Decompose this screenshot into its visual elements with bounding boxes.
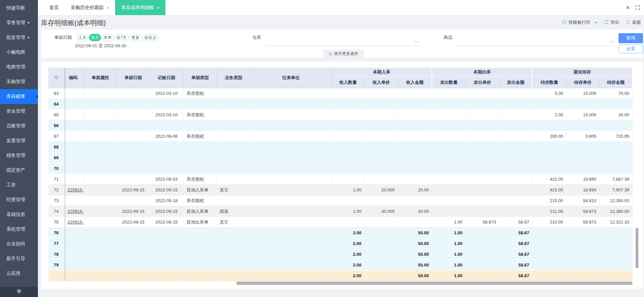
bill-code-link[interactable]: 220915-0 bbox=[67, 220, 84, 225]
sidebar-item-2[interactable]: 批发管理 bbox=[0, 30, 38, 45]
date-pill-4[interactable]: 更多 bbox=[130, 34, 142, 41]
product-more-icon[interactable]: ··· bbox=[609, 40, 614, 44]
bill-code-link[interactable]: 220915-0 bbox=[67, 187, 84, 192]
cell-out-price bbox=[466, 174, 499, 185]
date-pill-2[interactable]: 本年 bbox=[102, 34, 114, 41]
cell-out-qty bbox=[432, 88, 466, 99]
cell-bal-qty: 210.00 bbox=[533, 217, 566, 228]
table-row[interactable]: 792.0050.001.0058.67 bbox=[48, 260, 633, 271]
date-pill-3[interactable]: 近7天 bbox=[114, 34, 129, 41]
sidebar-item-16[interactable]: 企业协同 bbox=[0, 237, 38, 251]
cell-biz-type: 组装 bbox=[217, 206, 251, 217]
sidebar-item-0[interactable]: 快捷导航 bbox=[0, 1, 38, 15]
cell-out-price bbox=[466, 153, 499, 163]
sidebar-item-7[interactable]: 资金管理 bbox=[0, 104, 38, 119]
cell-bill-type bbox=[184, 228, 217, 238]
table-row[interactable]: 68 bbox=[48, 142, 633, 153]
table-row[interactable]: 732022-05-18库存期初210.0058.81012,350.00 bbox=[48, 195, 633, 206]
print-by-template-label: 按模板打印 bbox=[568, 19, 590, 25]
cell-out-qty: 1.00 bbox=[432, 228, 466, 238]
column-settings-gear-icon[interactable] bbox=[48, 68, 64, 88]
settings-button[interactable]: 设置 bbox=[618, 45, 643, 53]
cell-in-qty bbox=[332, 217, 365, 228]
table-row[interactable]: 66 bbox=[48, 120, 633, 131]
sidebar-item-15[interactable]: 系统管理 bbox=[0, 222, 38, 237]
cell-bal-qty bbox=[533, 228, 566, 238]
table-row[interactable]: 632022-03-10库存期初5.0015.00075.00 bbox=[48, 88, 633, 99]
date-range-value[interactable]: 2022-09-01 至 2022-09-30 bbox=[75, 43, 126, 49]
cell-account-date: 2022-09-15 bbox=[150, 206, 184, 217]
refresh-button[interactable]: 刷新 bbox=[626, 19, 641, 25]
cell-out-price bbox=[466, 195, 499, 206]
sidebar-item-1[interactable]: 零售管理 bbox=[0, 15, 38, 30]
warehouse-input[interactable]: ··· bbox=[265, 36, 421, 46]
tab-1[interactable]: 采购历史价跟踪× bbox=[65, 0, 115, 15]
table-row[interactable]: 72220915-02022-09-152022-09-15其他入库单其它1.0… bbox=[48, 185, 633, 195]
cell-in-qty: 2.00 bbox=[332, 249, 365, 260]
cell-bal-amt bbox=[600, 163, 633, 174]
sub-header-3: 发出数量 bbox=[432, 77, 466, 88]
cell-code bbox=[64, 174, 84, 185]
sidebar-item-13[interactable]: 经营管理 bbox=[0, 192, 38, 207]
sidebar-item-8[interactable]: 总账管理 bbox=[0, 119, 38, 133]
fullscreen-icon[interactable] bbox=[636, 5, 640, 10]
table-row[interactable]: 70 bbox=[48, 163, 633, 174]
tab-close-icon[interactable]: × bbox=[106, 5, 109, 10]
sidebar-item-17[interactable]: 新手引导 bbox=[0, 251, 38, 266]
cell-out-qty bbox=[432, 120, 466, 131]
tab-2[interactable]: 库存成本明细账× bbox=[115, 0, 165, 15]
cell-bal-qty: 423.00 bbox=[533, 185, 566, 195]
sidebar-settings-button[interactable] bbox=[0, 287, 38, 297]
sidebar-item-label: 固定资产 bbox=[6, 167, 25, 173]
cell-account-date bbox=[150, 228, 184, 238]
chevron-down-icon[interactable] bbox=[594, 21, 597, 23]
sidebar-item-14[interactable]: 基础信息 bbox=[0, 207, 38, 222]
sidebar-item-6[interactable]: 库存核算 bbox=[0, 89, 38, 104]
sidebar-item-9[interactable]: 发票管理 bbox=[0, 133, 38, 148]
query-button[interactable]: 查询 bbox=[618, 33, 643, 43]
table-row[interactable]: 2.0050.001.0058.67 bbox=[48, 271, 633, 281]
date-pill-5[interactable]: 自定义 bbox=[142, 34, 158, 41]
col-header-0: 编码 bbox=[64, 68, 84, 88]
expand-more-conditions-button[interactable]: 展开更多条件 bbox=[323, 50, 364, 58]
sidebar-item-10[interactable]: 税务管理 bbox=[0, 148, 38, 163]
cell-bill-type bbox=[184, 238, 217, 249]
product-input[interactable]: ··· bbox=[456, 36, 616, 46]
sidebar-item-5[interactable]: 采购管理 bbox=[0, 74, 38, 89]
tab-0[interactable]: 首页 bbox=[43, 0, 65, 15]
sidebar-item-11[interactable]: 固定资产 bbox=[0, 163, 38, 178]
sidebar-item-3[interactable]: 小畅电商 bbox=[0, 45, 38, 60]
table-row[interactable]: 782.0050.001.0058.67 bbox=[48, 249, 633, 260]
cell-partner bbox=[251, 99, 332, 110]
export-button[interactable]: 导出 bbox=[604, 19, 619, 25]
table-row[interactable]: 75220915-02022-09-152022-09-15其他出库单其它1.0… bbox=[48, 217, 633, 228]
cell-partner bbox=[251, 163, 332, 174]
cell-code bbox=[64, 249, 84, 260]
sidebar-item-4[interactable]: 电商管理 bbox=[0, 60, 38, 74]
table-row[interactable]: 69 bbox=[48, 153, 633, 163]
cell-bill-type bbox=[184, 120, 217, 131]
bill-code-link[interactable]: 220915-0 bbox=[67, 209, 84, 214]
print-by-template-button[interactable]: 按模板打印 bbox=[562, 19, 597, 25]
table-row[interactable]: 64 bbox=[48, 99, 633, 110]
vertical-scrollbar[interactable] bbox=[636, 228, 638, 268]
tab-close-icon[interactable]: × bbox=[157, 5, 159, 10]
date-pill-0[interactable]: 上月 bbox=[76, 34, 88, 41]
table-row[interactable]: 762.0050.001.0058.67 bbox=[48, 228, 633, 238]
date-pill-1[interactable]: 本月 bbox=[89, 34, 101, 41]
sidebar-item-label: 云应用 bbox=[6, 271, 20, 277]
cell-num: 65 bbox=[48, 110, 64, 120]
cell-biz-type bbox=[217, 271, 251, 281]
close-all-tabs-icon[interactable]: × bbox=[626, 4, 630, 11]
sidebar-item-18[interactable]: 云应用 bbox=[0, 266, 38, 281]
table-row[interactable]: 652022-03-10库存期初2.0015.00030.00 bbox=[48, 110, 633, 120]
horizontal-scrollbar[interactable] bbox=[236, 282, 633, 285]
table-row[interactable]: 772.0050.001.0058.67 bbox=[48, 238, 633, 249]
table-row[interactable]: 712022-08-03库存期初422.0018.6907,887.39 bbox=[48, 174, 633, 185]
table-row[interactable]: 74220915-02022-09-152022-09-15其他入库单组装1.0… bbox=[48, 206, 633, 217]
table-row[interactable]: 672022-08-08库存期初200.003.605720.95 bbox=[48, 131, 633, 142]
double-chevron-down-icon bbox=[329, 52, 332, 56]
sidebar-item-12[interactable]: 工资 bbox=[0, 178, 38, 192]
cell-biz-type bbox=[217, 238, 251, 249]
warehouse-more-icon[interactable]: ··· bbox=[414, 40, 419, 44]
